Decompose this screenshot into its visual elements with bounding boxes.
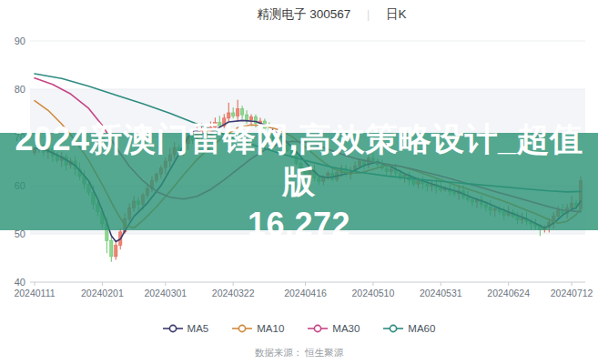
legend-item-ma5[interactable]: MA5	[163, 323, 209, 334]
data-source-line: 数据来源： 恒生聚源	[0, 347, 598, 359]
svg-text:80: 80	[15, 84, 25, 95]
legend-label: MA10	[257, 323, 284, 334]
watermark-line1: 2024新澳门雷锋网,高效策略设计_超值版	[0, 117, 598, 203]
legend-label: MA60	[408, 323, 435, 334]
svg-text:40: 40	[15, 277, 25, 288]
svg-text:20240510: 20240510	[352, 288, 395, 298]
legend-item-ma10[interactable]: MA10	[232, 323, 284, 334]
svg-text:20240531: 20240531	[420, 288, 462, 298]
data-source-label: 数据来源：	[255, 347, 303, 358]
candle-body	[110, 240, 113, 256]
legend-item-ma30[interactable]: MA30	[308, 323, 360, 334]
svg-text:20240111: 20240111	[14, 288, 55, 298]
svg-text:20240322: 20240322	[212, 288, 255, 298]
legend-label: MA30	[332, 323, 360, 334]
candle-body	[231, 113, 234, 116]
legend-item-ma60[interactable]: MA60	[383, 323, 435, 334]
watermark-line2: 16.272	[248, 203, 350, 246]
legend-marker-icon	[232, 324, 252, 333]
legend-marker-icon	[308, 324, 328, 333]
svg-text:20240712: 20240712	[551, 288, 593, 298]
data-source-value: 恒生聚源	[305, 347, 343, 358]
ma-legend: MA5MA10MA30MA60	[0, 320, 598, 337]
candle-body	[236, 109, 238, 116]
x-axis: 2024011120240201202403012024032220240416…	[14, 282, 593, 298]
svg-text:90: 90	[15, 35, 25, 46]
svg-text:20240624: 20240624	[487, 288, 530, 298]
svg-text:20240201: 20240201	[81, 288, 124, 298]
svg-text:20240301: 20240301	[144, 288, 187, 298]
legend-marker-icon	[163, 324, 183, 333]
legend-label: MA5	[188, 323, 209, 334]
legend-marker-icon	[383, 324, 403, 333]
candle-body	[115, 246, 117, 257]
candle-body	[240, 109, 243, 115]
svg-text:20240416: 20240416	[284, 288, 327, 298]
watermark-overlay: 2024新澳门雷锋网,高效策略设计_超值版 16.272	[0, 133, 598, 230]
